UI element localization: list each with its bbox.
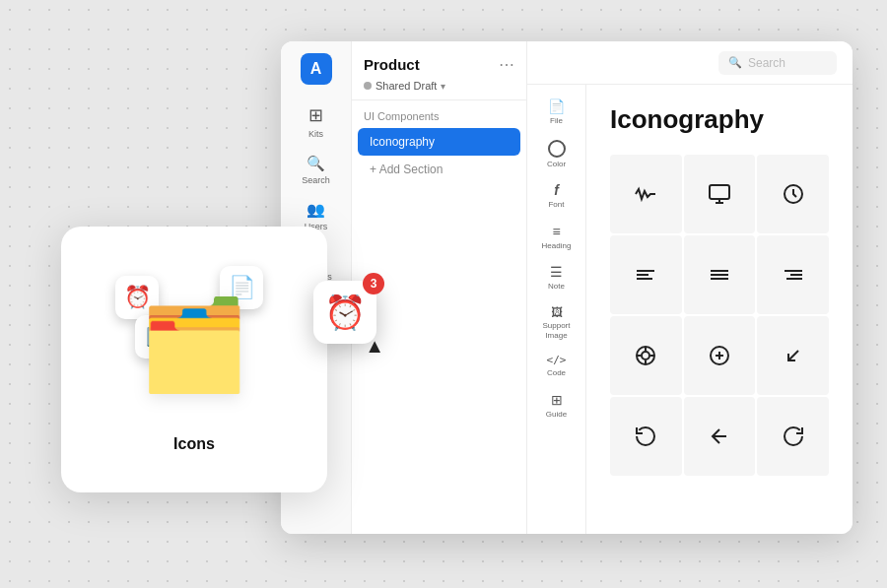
grid-icon-arrow-down-left[interactable] [757, 316, 829, 395]
file-icon: 📄 [548, 98, 565, 114]
more-options-button[interactable]: ⋯ [499, 55, 514, 74]
grid-icon-refresh-left[interactable] [610, 397, 682, 476]
grid-icon-align-right[interactable] [757, 235, 829, 314]
support-image-icon: 🖼 [551, 305, 563, 319]
search-placeholder: Search [748, 56, 785, 70]
add-section-button[interactable]: + Add Section [358, 156, 520, 183]
content-type-code[interactable]: </> Code [531, 348, 582, 384]
content-type-guide[interactable]: ⊞ Guide [531, 386, 582, 425]
file-label: File [550, 116, 563, 126]
code-label: Code [547, 368, 566, 378]
right-topbar: 🔍 Search [527, 41, 853, 85]
icon-grid [610, 155, 829, 476]
heading-icon: ≡ [552, 224, 560, 239]
content-type-color[interactable]: Color [531, 134, 582, 175]
content-type-support-image[interactable]: 🖼 Support Image [531, 299, 582, 346]
content-title: Iconography [610, 104, 829, 135]
grid-icon-clock[interactable] [757, 155, 829, 233]
search-box[interactable]: 🔍 Search [718, 51, 837, 75]
folder-icon: 🗂️ [139, 294, 249, 397]
dragged-clock-icon: ⏰ [324, 293, 366, 332]
section-label: UI Components [352, 100, 526, 128]
grid-icon-target[interactable] [610, 316, 682, 395]
draft-label: Shared Draft [375, 80, 437, 92]
grid-icon-add-circle[interactable] [684, 316, 756, 395]
note-icon: ☰ [550, 264, 563, 280]
kits-label: Kits [308, 129, 323, 139]
draft-dot [364, 82, 372, 90]
sidebar-item-kits[interactable]: ⊞ Kits [289, 97, 344, 143]
support-image-label: Support Image [533, 321, 580, 340]
font-label: Font [548, 200, 564, 210]
search-icon: 🔍 [307, 155, 325, 172]
add-section-label: + Add Section [370, 163, 443, 176]
grid-icon-refresh-right[interactable] [757, 397, 829, 476]
sidebar-logo: A [301, 53, 332, 85]
draft-chevron[interactable]: ▾ [441, 81, 445, 92]
nav-item-iconography[interactable]: Iconography [358, 128, 520, 156]
guide-label: Guide [546, 410, 567, 420]
kits-icon: ⊞ [308, 104, 323, 126]
drag-badge: 3 [363, 273, 384, 294]
right-panel: 🔍 Search 📄 File Color f Font [527, 41, 853, 534]
svg-point-14 [642, 352, 649, 359]
content-type-file[interactable]: 📄 File [531, 93, 582, 132]
icons-card-label: Icons [173, 435, 215, 453]
svg-rect-0 [710, 185, 729, 199]
middle-header: Product ⋯ Shared Draft ▾ [352, 41, 526, 100]
grid-icon-arrow-left[interactable] [684, 397, 756, 476]
content-type-sidebar: 📄 File Color f Font ≡ Heading ☰ Note [527, 85, 586, 534]
grid-icon-monitor[interactable] [684, 155, 756, 233]
users-icon: 👥 [307, 201, 325, 219]
dragged-icon-container[interactable]: 3 ⏰ ▲ [313, 281, 376, 344]
content-type-heading[interactable]: ≡ Heading [531, 218, 582, 257]
grid-icon-align-left[interactable] [610, 235, 682, 314]
search-label: Search [302, 175, 330, 185]
grid-icon-waveform[interactable] [610, 155, 682, 233]
icons-card-content: 📄 ⏰ ℹ️ 🗂️ [105, 266, 283, 424]
search-icon-small: 🔍 [728, 56, 742, 69]
note-label: Note [548, 282, 565, 292]
content-type-note[interactable]: ☰ Note [531, 258, 582, 297]
right-content-inner: 📄 File Color f Font ≡ Heading ☰ Note [527, 85, 853, 534]
sidebar-item-search[interactable]: 🔍 Search [289, 147, 344, 189]
cursor-icon: ▲ [365, 335, 384, 358]
middle-title-row: Product ⋯ [364, 55, 514, 74]
content-type-font[interactable]: f Font [531, 176, 582, 216]
font-icon: f [554, 182, 559, 198]
grid-icon-menu[interactable] [684, 235, 756, 314]
middle-title: Product [364, 56, 420, 73]
heading-label: Heading [542, 241, 572, 251]
draft-badge: Shared Draft ▾ [364, 80, 514, 92]
guide-icon: ⊞ [551, 392, 563, 408]
svg-line-22 [788, 351, 798, 360]
color-label: Color [547, 160, 566, 169]
content-area: Iconography [586, 85, 853, 534]
icons-card: 📄 ⏰ ℹ️ 🗂️ Icons [61, 227, 327, 492]
color-icon [548, 140, 566, 158]
code-icon: </> [547, 354, 567, 366]
